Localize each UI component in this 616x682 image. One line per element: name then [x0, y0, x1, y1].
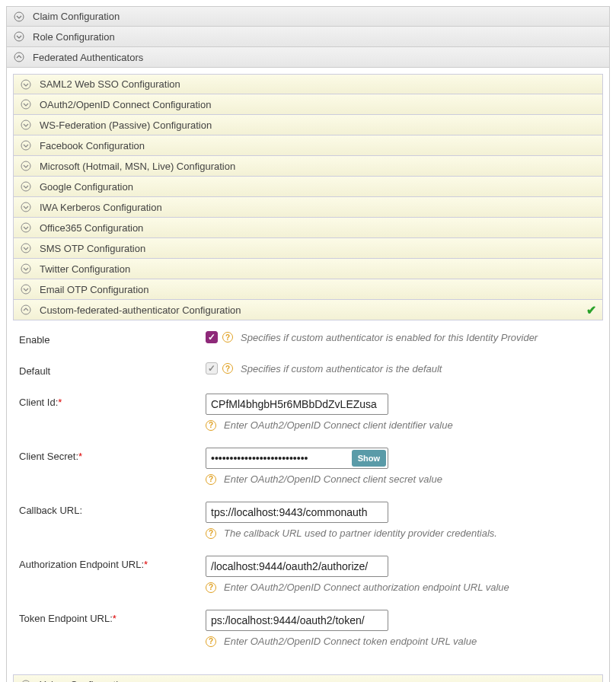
- chevron-down-icon: [20, 283, 32, 295]
- accordion-saml2[interactable]: SAML2 Web SSO Configuration: [13, 74, 603, 94]
- svg-point-7: [21, 161, 30, 170]
- svg-point-10: [21, 223, 30, 232]
- svg-point-2: [14, 53, 24, 62]
- svg-point-13: [21, 285, 30, 294]
- check-icon: ✔: [586, 303, 596, 317]
- svg-point-12: [21, 264, 30, 273]
- chevron-down-icon: [20, 263, 32, 275]
- accordion-federated-authenticators[interactable]: Federated Authenticators: [6, 47, 610, 68]
- accordion-label: Claim Configuration: [33, 11, 120, 22]
- client-id-hint: Enter OAuth2/OpenID Connect client ident…: [224, 419, 453, 431]
- authz-endpoint-label: Authorization Endpoint URL:*: [19, 556, 206, 570]
- authz-endpoint-hint: Enter OAuth2/OpenID Connect authorizatio…: [224, 582, 509, 593]
- accordion-label: Custom-federated-authenticator Configura…: [40, 304, 241, 316]
- accordion-twitter[interactable]: Twitter Configuration: [13, 259, 603, 279]
- svg-point-6: [21, 141, 30, 150]
- svg-point-1: [14, 32, 24, 41]
- accordion-label: Google Configuration: [40, 181, 133, 193]
- accordion-google[interactable]: Google Configuration: [13, 177, 603, 197]
- client-secret-label: Client Secret:*: [19, 448, 206, 462]
- info-icon: ?: [206, 528, 216, 539]
- enable-hint: Specifies if custom authenticator is ena…: [241, 332, 538, 343]
- chevron-down-icon: [20, 679, 32, 683]
- chevron-down-icon: [20, 160, 32, 172]
- accordion-label: Email OTP Configuration: [40, 284, 149, 295]
- svg-point-9: [21, 202, 30, 212]
- accordion-label: IWA Kerberos Configuration: [40, 202, 162, 213]
- info-icon: ?: [206, 474, 216, 485]
- token-endpoint-input[interactable]: [206, 610, 388, 631]
- callback-url-hint: The callback URL used to partner identit…: [224, 527, 497, 539]
- accordion-label: Federated Authenticators: [33, 52, 143, 63]
- default-checkbox: [206, 362, 218, 374]
- svg-point-0: [14, 12, 24, 21]
- chevron-up-icon: [13, 51, 25, 63]
- info-icon: ?: [222, 332, 233, 343]
- chevron-down-icon: [20, 201, 32, 213]
- accordion-microsoft[interactable]: Microsoft (Hotmail, MSN, Live) Configura…: [13, 156, 603, 177]
- svg-point-11: [21, 244, 30, 253]
- client-secret-hint: Enter OAuth2/OpenID Connect client secre…: [224, 473, 442, 485]
- chevron-down-icon: [13, 30, 25, 43]
- accordion-label: Microsoft (Hotmail, MSN, Live) Configura…: [40, 161, 235, 172]
- chevron-down-icon: [20, 119, 32, 131]
- token-endpoint-label: Token Endpoint URL:*: [19, 610, 206, 624]
- svg-point-8: [21, 182, 30, 191]
- accordion-label: SMS OTP Configuration: [40, 243, 145, 254]
- accordion-wsfederation[interactable]: WS-Federation (Passive) Configuration: [13, 115, 603, 135]
- accordion-oauth2[interactable]: OAuth2/OpenID Connect Configuration: [13, 94, 603, 115]
- show-secret-button[interactable]: Show: [352, 450, 386, 467]
- accordion-role-configuration[interactable]: Role Configuration: [6, 27, 610, 47]
- default-label: Default: [19, 362, 206, 377]
- accordion-custom-federated-authenticator[interactable]: Custom-federated-authenticator Configura…: [13, 300, 603, 320]
- chevron-up-icon: [20, 304, 32, 316]
- chevron-down-icon: [20, 139, 32, 151]
- info-icon: ?: [222, 363, 233, 374]
- svg-point-5: [21, 120, 30, 129]
- accordion-label: Role Configuration: [33, 31, 115, 43]
- token-endpoint-hint: Enter OAuth2/OpenID Connect token endpoi…: [224, 636, 477, 647]
- chevron-down-icon: [20, 242, 32, 254]
- info-icon: ?: [206, 420, 216, 431]
- accordion-email-otp[interactable]: Email OTP Configuration: [13, 279, 603, 300]
- accordion-label: SAML2 Web SSO Configuration: [40, 78, 180, 90]
- accordion-sms-otp[interactable]: SMS OTP Configuration: [13, 238, 603, 259]
- callback-url-label: Callback URL:: [19, 502, 206, 516]
- chevron-down-icon: [20, 221, 32, 234]
- callback-url-input[interactable]: [206, 502, 388, 523]
- default-hint: Specifies if custom authenticator is the…: [241, 363, 442, 374]
- info-icon: ?: [206, 636, 216, 647]
- accordion-claim-configuration[interactable]: Claim Configuration: [6, 6, 610, 27]
- enable-checkbox[interactable]: [206, 331, 218, 343]
- svg-point-4: [21, 100, 30, 109]
- accordion-facebook[interactable]: Facebook Configuration: [13, 135, 603, 156]
- chevron-down-icon: [20, 98, 32, 110]
- info-icon: ?: [206, 582, 216, 593]
- chevron-down-icon: [20, 180, 32, 193]
- accordion-yahoo[interactable]: Yahoo Configuration: [13, 674, 603, 682]
- client-id-input[interactable]: [206, 394, 388, 415]
- chevron-down-icon: [13, 11, 25, 23]
- custom-authenticator-form: Enable ? Specifies if custom authenticat…: [13, 320, 603, 664]
- enable-label: Enable: [19, 331, 206, 346]
- accordion-label: OAuth2/OpenID Connect Configuration: [40, 99, 211, 110]
- svg-point-14: [21, 305, 30, 314]
- accordion-iwa-kerberos[interactable]: IWA Kerberos Configuration: [13, 197, 603, 218]
- svg-point-3: [21, 80, 30, 89]
- client-id-label: Client Id:*: [19, 394, 206, 408]
- accordion-label: Twitter Configuration: [40, 263, 130, 275]
- chevron-down-icon: [20, 78, 32, 91]
- accordion-label: Office365 Configuration: [40, 222, 143, 234]
- authz-endpoint-input[interactable]: [206, 556, 388, 577]
- accordion-label: Facebook Configuration: [40, 140, 145, 151]
- accordion-label: WS-Federation (Passive) Configuration: [40, 120, 212, 131]
- accordion-office365[interactable]: Office365 Configuration: [13, 218, 603, 238]
- accordion-label: Yahoo Configuration: [40, 679, 129, 682]
